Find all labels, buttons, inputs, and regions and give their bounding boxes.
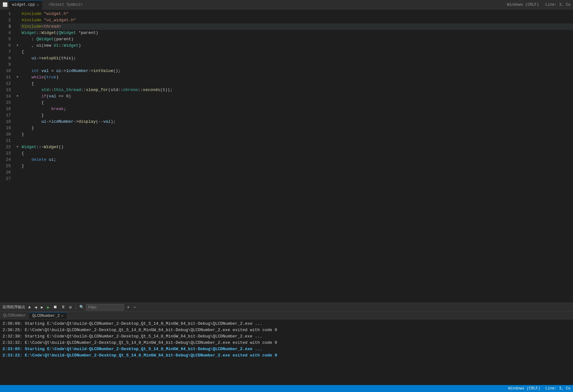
code-line[interactable]: #include<thread>: [20, 23, 573, 30]
output-tab-qlcdnumber[interactable]: QLCDNumber: [0, 312, 29, 319]
code-line[interactable]: #include "widget.h": [20, 11, 573, 17]
output-panel: 应用程序输出 ▲ ◀ ▶ ▶ ⏹ ⏸ ⚙ 🔍 + − QLCDNumber QL…: [0, 303, 573, 385]
tab-close-icon[interactable]: ✕: [37, 3, 39, 7]
line-number: 9: [3, 62, 11, 68]
line-number: 2: [3, 17, 11, 23]
output-line: 2:33:05: Starting E:\Code\Qt\build-QLCDN…: [3, 346, 570, 352]
fold-arrow: [15, 106, 20, 112]
code-area[interactable]: #include "widget.h"#include "ui_widget.h…: [20, 10, 573, 303]
fold-arrow: [15, 11, 20, 17]
line-number: 16: [3, 106, 11, 112]
line-number: 14: [3, 93, 11, 100]
stop-icon[interactable]: ⏹: [52, 305, 58, 310]
line-number: 8: [3, 55, 11, 62]
code-line[interactable]: Widget::Widget(QWidget *parent): [20, 30, 573, 36]
code-line[interactable]: }: [20, 125, 573, 131]
code-line[interactable]: [20, 169, 573, 176]
fold-arrow: [15, 68, 20, 74]
line-number: 3: [3, 23, 11, 30]
code-line[interactable]: : QWidget(parent): [20, 36, 573, 42]
run-icon[interactable]: ▶: [46, 305, 50, 310]
output-tab-qlcdnumber2[interactable]: QLCDNumber_2 ✕: [29, 312, 67, 319]
fold-arrow: [15, 150, 20, 157]
fold-arrow: [15, 87, 20, 93]
line-number: 11: [3, 74, 11, 81]
fold-arrow: [15, 81, 20, 87]
fold-arrow: [15, 36, 20, 42]
code-line[interactable]: std::this_thread::sleep_for(std::chrono:…: [20, 87, 573, 93]
code-line[interactable]: while(true): [20, 74, 573, 81]
status-bar: Windows (CRLF) Line: 3, Co: [0, 385, 573, 392]
editor-container: 1234567891011121314151617181920212223242…: [0, 10, 573, 392]
output-line: 2:32:32: E:\Code\Qt\build-QLCDNumber_2-D…: [3, 340, 570, 346]
settings-icon[interactable]: ⚙: [68, 305, 73, 310]
file-icon: ⬜: [3, 2, 8, 7]
code-line[interactable]: int val = ui->lcdNumber->intValue();: [20, 68, 573, 74]
code-line[interactable]: delete ui;: [20, 157, 573, 163]
line-number: 18: [3, 119, 11, 125]
code-line[interactable]: {: [20, 100, 573, 106]
output-tab-close-icon[interactable]: ✕: [61, 314, 63, 318]
code-line[interactable]: [20, 176, 573, 182]
scroll-right-icon[interactable]: ▶: [40, 305, 44, 310]
tab-widget-cpp[interactable]: widget.cpp ✕: [9, 0, 42, 10]
line-number: 22: [3, 144, 11, 150]
code-line[interactable]: Widget::~Widget(): [20, 144, 573, 150]
title-bar: ⬜ widget.cpp ✕ <Select Symbol> Windows (…: [0, 0, 573, 10]
line-numbers: 1234567891011121314151617181920212223242…: [0, 10, 15, 303]
pause-icon[interactable]: ⏸: [60, 305, 66, 310]
line-number: 7: [3, 49, 11, 55]
code-editor[interactable]: 1234567891011121314151617181920212223242…: [0, 10, 573, 303]
encoding-label: Windows (CRLF): [507, 3, 539, 7]
line-number: 10: [3, 68, 11, 74]
fold-arrow[interactable]: ▼: [15, 144, 20, 150]
scroll-left-icon[interactable]: ◀: [34, 305, 38, 310]
plus-button[interactable]: +: [126, 305, 130, 310]
search-icon: 🔍: [79, 305, 84, 310]
fold-column: ▼▼▼▼: [15, 10, 20, 303]
toolbar-divider: [76, 305, 76, 310]
code-line[interactable]: if(val <= 0): [20, 93, 573, 100]
fold-arrow[interactable]: ▼: [15, 42, 20, 49]
line-number: 19: [3, 125, 11, 131]
output-tabs: QLCDNumber QLCDNumber_2 ✕: [0, 312, 573, 319]
fold-arrow[interactable]: ▼: [15, 93, 20, 100]
output-line: 2:33:22: E:\Code\Qt\build-QLCDNumber_2-D…: [3, 352, 570, 359]
output-content: 2:30:09: Starting E:\Code\Qt\build-QLCDN…: [0, 319, 573, 385]
fold-arrow: [15, 23, 20, 30]
code-line[interactable]: }: [20, 112, 573, 119]
tab-select-symbol[interactable]: <Select Symbol>: [45, 0, 86, 10]
line-number: 20: [3, 131, 11, 138]
code-line[interactable]: {: [20, 49, 573, 55]
fold-arrow[interactable]: ▼: [15, 74, 20, 81]
fold-arrow: [15, 17, 20, 23]
cursor-position: Line: 3, Co: [545, 3, 570, 7]
code-line[interactable]: [20, 62, 573, 68]
code-line[interactable]: ui->lcdNumber->display(--val);: [20, 119, 573, 125]
code-line[interactable]: , ui(new Ui::Widget): [20, 42, 573, 49]
line-number: 25: [3, 163, 11, 169]
line-number: 27: [3, 176, 11, 182]
output-line: 2:32:30: Starting E:\Code\Qt\build-QLCDN…: [3, 333, 570, 340]
line-number: 26: [3, 169, 11, 176]
code-line[interactable]: #include "ui_widget.h": [20, 17, 573, 23]
filter-input[interactable]: [86, 304, 124, 310]
fold-arrow: [15, 112, 20, 119]
fold-arrow: [15, 157, 20, 163]
line-number: 4: [3, 30, 11, 36]
code-line[interactable]: [20, 138, 573, 144]
code-line[interactable]: ui->setupUi(this);: [20, 55, 573, 62]
scroll-up-icon[interactable]: ▲: [27, 305, 32, 310]
code-line[interactable]: break;: [20, 106, 573, 112]
line-number: 17: [3, 112, 11, 119]
output-line: 2:30:09: Starting E:\Code\Qt\build-QLCDN…: [3, 321, 570, 327]
fold-arrow: [15, 138, 20, 144]
output-line: 2:30:25: E:\Code\Qt\build-QLCDNumber_2-D…: [3, 327, 570, 333]
code-line[interactable]: {: [20, 81, 573, 87]
fold-arrow: [15, 131, 20, 138]
code-line[interactable]: }: [20, 163, 573, 169]
line-number: 24: [3, 157, 11, 163]
code-line[interactable]: {: [20, 150, 573, 157]
minus-button[interactable]: −: [133, 305, 137, 310]
code-line[interactable]: }: [20, 131, 573, 138]
